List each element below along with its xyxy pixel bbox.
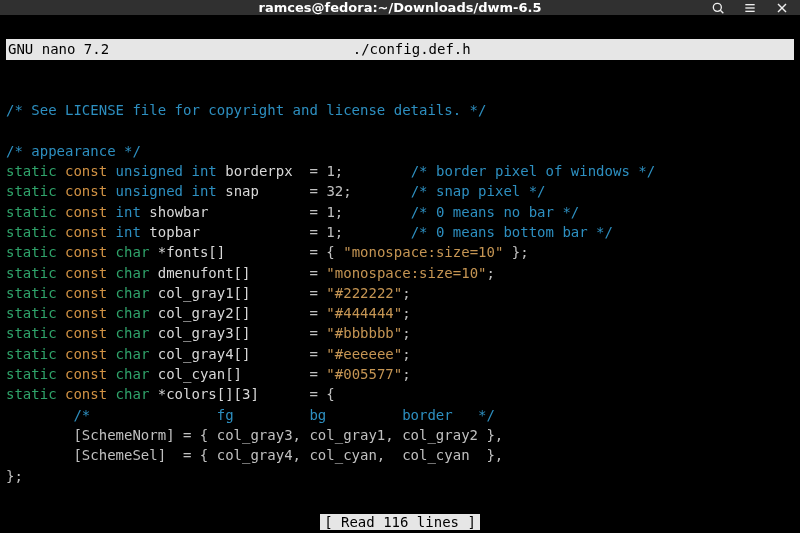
code-line: [SchemeSel] = { col_gray4, col_cyan, col…: [6, 447, 503, 463]
menu-icon[interactable]: [736, 0, 764, 22]
nano-status-line: [ Read 116 lines ]: [6, 512, 794, 532]
nano-app-name: GNU nano 7.2: [6, 39, 353, 59]
code-line: };: [6, 468, 23, 484]
svg-point-0: [713, 3, 721, 11]
nano-titlebar: GNU nano 7.2./config.def.h: [6, 39, 794, 59]
code-comment: /* See LICENSE file for copyright and li…: [6, 102, 486, 118]
window-title: ramces@fedora:~/Downloads/dwm-6.5: [259, 0, 542, 15]
code-comment: /* fg bg border */: [6, 407, 495, 423]
window-titlebar: ramces@fedora:~/Downloads/dwm-6.5: [0, 0, 800, 15]
terminal-area[interactable]: GNU nano 7.2./config.def.h /* See LICENS…: [0, 15, 800, 533]
close-icon[interactable]: [768, 0, 796, 22]
window-controls: [704, 0, 796, 15]
editor-content[interactable]: /* See LICENSE file for copyright and li…: [6, 80, 794, 486]
code-line: [SchemeNorm] = { col_gray3, col_gray1, c…: [6, 427, 503, 443]
code-comment: /* appearance */: [6, 143, 141, 159]
nano-status-text: [ Read 116 lines ]: [320, 514, 480, 530]
nano-file-name: ./config.def.h: [353, 39, 794, 59]
svg-line-1: [720, 10, 723, 13]
search-icon[interactable]: [704, 0, 732, 22]
